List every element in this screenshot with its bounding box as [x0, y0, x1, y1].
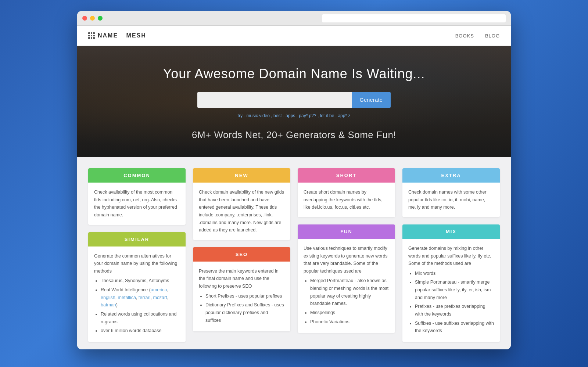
card-fun: FUN Use various techniques to smartly mo…	[298, 224, 395, 333]
mix-list: Mix words Simple Portmanteau - smartly m…	[408, 270, 494, 335]
hero-subtitle: 6M+ Words Net, 20+ Generators & Some Fun…	[85, 129, 503, 141]
browser-window: NAME MESH BOOKS BLOG Your Awesome Domain…	[77, 11, 511, 349]
try-text: try - music video , best - apps , pay* p…	[85, 113, 503, 118]
list-item: Simple Portmanteau - smartly merge popul…	[415, 278, 494, 301]
nav-links: BOOKS BLOG	[455, 33, 500, 39]
column-1: COMMON Check availability of the most co…	[88, 168, 186, 342]
hero-title: Your Awesome Domain Name Is Waiting...	[85, 66, 503, 82]
card-similar: SIMILAR Generate the common alternatives…	[88, 232, 186, 342]
nav-blog[interactable]: BLOG	[485, 33, 500, 39]
card-short: SHORT Create short domain names by overl…	[298, 168, 395, 217]
card-extra-body: Check domain names with some other popul…	[402, 183, 500, 217]
navbar: NAME MESH BOOKS BLOG	[77, 26, 511, 46]
fun-list: Merged Portmanteau - also known as blend…	[304, 277, 389, 325]
card-mix-body: Generate domains by mixing in other word…	[402, 239, 500, 342]
link-batman[interactable]: batman	[101, 302, 116, 307]
logo-grid-icon	[88, 32, 95, 39]
card-short-body: Create short domain names by overlapping…	[298, 183, 395, 217]
list-item: Short Prefixes - uses popular prefixes	[205, 292, 284, 300]
address-bar[interactable]	[322, 14, 506, 22]
list-item: Related words using collocations and n-g…	[101, 310, 180, 325]
hero-section: Your Awesome Domain Name Is Waiting... G…	[77, 46, 511, 157]
logo-text: NAME	[98, 32, 118, 39]
card-seo: SEO Preserve the main keywords entered i…	[193, 247, 290, 331]
card-seo-header: SEO	[193, 247, 290, 262]
list-item: Real World Intelligence (america, englis…	[101, 286, 180, 309]
card-similar-header: SIMILAR	[88, 232, 186, 247]
titlebar	[77, 11, 511, 26]
card-seo-body: Preserve the main keywords entered in th…	[193, 262, 290, 331]
card-extra-header: EXTRA	[402, 168, 500, 183]
nav-books[interactable]: BOOKS	[455, 33, 474, 39]
maximize-dot[interactable]	[98, 16, 103, 21]
link-ferrari[interactable]: ferrari	[139, 295, 151, 300]
card-mix: MIX Generate domains by mixing in other …	[402, 224, 500, 342]
list-item: Merged Portmanteau - also known as blend…	[310, 277, 389, 307]
card-fun-header: FUN	[298, 224, 395, 239]
card-mix-header: MIX	[402, 224, 500, 239]
card-similar-body: Generate the common alternatives for you…	[88, 247, 186, 342]
card-short-header: SHORT	[298, 168, 395, 183]
card-new: NEW Check domain availability of the new…	[193, 168, 290, 240]
link-mozart[interactable]: mozart	[153, 295, 167, 300]
card-new-body: Check domain availability of the new gtl…	[193, 183, 290, 240]
column-2: NEW Check domain availability of the new…	[193, 168, 290, 342]
list-item: Dictionary Prefixes and Suffixes - uses …	[205, 301, 284, 324]
search-container: Generate	[85, 92, 503, 108]
search-input[interactable]	[197, 92, 352, 108]
link-english[interactable]: english	[101, 295, 115, 300]
logo: NAME MESH	[88, 32, 146, 39]
minimize-dot[interactable]	[90, 16, 95, 21]
column-4: EXTRA Check domain names with some other…	[402, 168, 500, 342]
card-common-header: COMMON	[88, 168, 186, 183]
link-america[interactable]: america	[151, 287, 167, 292]
cards-grid: COMMON Check availability of the most co…	[88, 168, 500, 342]
generate-button[interactable]: Generate	[352, 92, 391, 108]
similar-list: Thesaurus, Synonyms, Antonyms Real World…	[94, 277, 180, 334]
logo-suffix: MESH	[126, 32, 146, 39]
close-dot[interactable]	[82, 16, 87, 21]
list-item: over 6 million words database	[101, 327, 180, 335]
list-item: Prefixes - use prefixes overlapping with…	[415, 303, 494, 318]
card-extra: EXTRA Check domain names with some other…	[402, 168, 500, 217]
list-item: Mix words	[415, 270, 494, 277]
card-fun-body: Use various techniques to smartly modify…	[298, 239, 395, 333]
card-common-body: Check availability of the most common tl…	[88, 183, 186, 225]
card-new-header: NEW	[193, 168, 290, 183]
column-3: SHORT Create short domain names by overl…	[298, 168, 395, 342]
cards-section: COMMON Check availability of the most co…	[77, 157, 511, 349]
list-item: Suffixes - use suffixes overlapping with…	[415, 320, 494, 335]
try-examples[interactable]: music video , best - apps , pay* p?? , l…	[247, 113, 351, 118]
card-common: COMMON Check availability of the most co…	[88, 168, 186, 225]
link-metallica[interactable]: metallica	[118, 295, 136, 300]
try-label: try -	[238, 113, 245, 118]
list-item: Misspellings	[310, 309, 389, 317]
seo-list: Short Prefixes - uses popular prefixes D…	[199, 292, 284, 324]
list-item: Thesaurus, Synonyms, Antonyms	[101, 277, 180, 285]
list-item: Phonetic Variations	[310, 318, 389, 326]
